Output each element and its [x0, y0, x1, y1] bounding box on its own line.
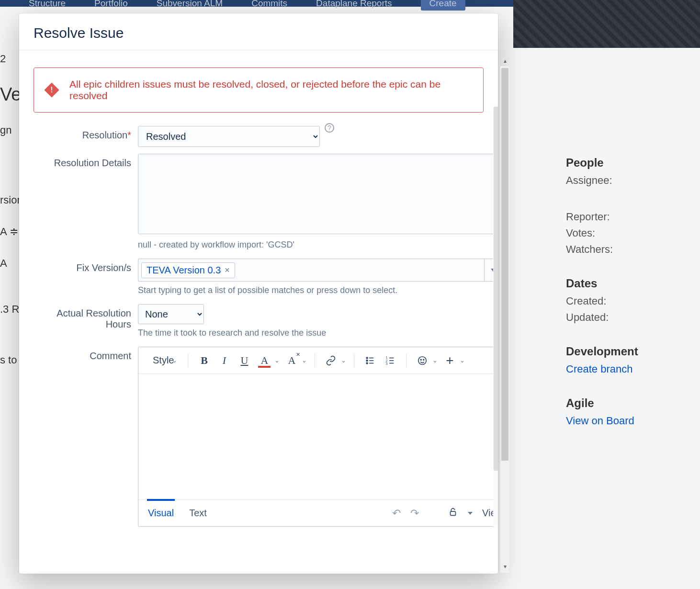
error-banner: All epic children issues must be resolve…: [34, 68, 484, 113]
comment-editor: Style ⌄ B I U A ⌄ A✕: [138, 347, 498, 527]
bg-right-panels: People Assignee: Reporter: Votes: Watche…: [566, 144, 671, 427]
development-heading: Development: [566, 345, 671, 358]
svg-rect-15: [451, 511, 456, 515]
error-message: All epic children issues must be resolve…: [69, 79, 471, 102]
italic-button[interactable]: I: [216, 352, 232, 369]
view-on-board-link[interactable]: View on Board: [566, 415, 671, 427]
agile-heading: Agile: [566, 396, 671, 410]
svg-point-12: [418, 356, 427, 364]
version-tag[interactable]: TEVA Version 0.3 ×: [141, 262, 235, 278]
resolution-details-label: Resolution Details: [34, 154, 138, 250]
resolution-details-textarea[interactable]: [138, 154, 498, 234]
help-icon[interactable]: ?: [325, 123, 334, 133]
clear-formatting-button[interactable]: A✕: [283, 352, 300, 369]
chevron-down-icon[interactable]: ⌄: [460, 357, 465, 364]
underline-button[interactable]: U: [236, 352, 252, 369]
dark-pattern: [513, 0, 700, 48]
dialog-title: Resolve Issue: [19, 13, 498, 50]
actual-hours-label: Actual ResolutionHours: [34, 304, 138, 338]
error-icon: [44, 82, 59, 97]
chevron-down-icon[interactable]: ⌄: [274, 357, 280, 364]
resolution-label: Resolution*: [34, 126, 138, 147]
emoji-button[interactable]: [414, 352, 430, 369]
svg-point-14: [423, 359, 424, 360]
svg-point-0: [367, 357, 368, 359]
resolution-details-hint: null - created by workflow import: 'GCSD…: [138, 240, 498, 250]
text-mode-tab[interactable]: Text: [188, 501, 208, 525]
remove-tag-icon[interactable]: ×: [225, 265, 230, 275]
chevron-down-icon[interactable]: ⌄: [432, 357, 438, 364]
bullet-list-button[interactable]: [362, 352, 378, 369]
bold-button[interactable]: B: [196, 352, 212, 369]
create-button[interactable]: Create: [421, 0, 465, 11]
svg-point-2: [367, 362, 368, 364]
dates-heading: Dates: [566, 277, 671, 290]
redo-button[interactable]: ↷: [410, 507, 419, 520]
people-heading: People: [566, 156, 671, 170]
resolution-select[interactable]: Resolved: [138, 126, 320, 147]
editor-mode-tabs: Visual Text: [147, 501, 208, 525]
chevron-down-icon[interactable]: ⌄: [341, 357, 346, 364]
fix-versions-hint: Start typing to get a list of possible m…: [138, 285, 498, 295]
svg-point-1: [367, 360, 368, 361]
scroll-up-icon[interactable]: ▴: [500, 57, 509, 67]
svg-text:3: 3: [386, 362, 388, 365]
comment-label: Comment: [34, 347, 138, 527]
fix-versions-input[interactable]: TEVA Version 0.3 ×: [138, 259, 498, 282]
editor-canvas[interactable]: [138, 374, 498, 499]
style-dropdown[interactable]: Style ⌄: [150, 352, 180, 369]
editor-toolbar: Style ⌄ B I U A ⌄ A✕: [138, 347, 498, 374]
create-branch-link[interactable]: Create branch: [566, 363, 671, 375]
chevron-down-icon[interactable]: ⌄: [302, 357, 307, 364]
numbered-list-button[interactable]: 123: [382, 352, 398, 369]
bg-left-fragments: 2 Ve gn rsion A ≑ A .3 Re s to: [0, 48, 19, 589]
inner-scrollbar[interactable]: [493, 106, 498, 528]
actual-hours-hint: The time it took to research and resolve…: [138, 328, 484, 338]
chevron-down-icon[interactable]: [468, 512, 473, 515]
undo-button[interactable]: ↶: [392, 507, 401, 520]
fix-versions-label: Fix Version/s: [34, 259, 138, 295]
visual-mode-tab[interactable]: Visual: [147, 499, 175, 525]
link-button[interactable]: [323, 352, 339, 369]
outer-scrollbar[interactable]: ▴ ▾: [500, 66, 509, 573]
resolve-issue-dialog: Resolve Issue All epic children issues m…: [19, 13, 498, 574]
insert-button[interactable]: +: [441, 352, 458, 369]
scroll-down-icon[interactable]: ▾: [500, 563, 509, 573]
svg-point-13: [421, 359, 422, 360]
visibility-icon[interactable]: [448, 507, 458, 520]
text-color-button[interactable]: A: [256, 352, 272, 369]
actual-hours-select[interactable]: None: [138, 304, 204, 324]
